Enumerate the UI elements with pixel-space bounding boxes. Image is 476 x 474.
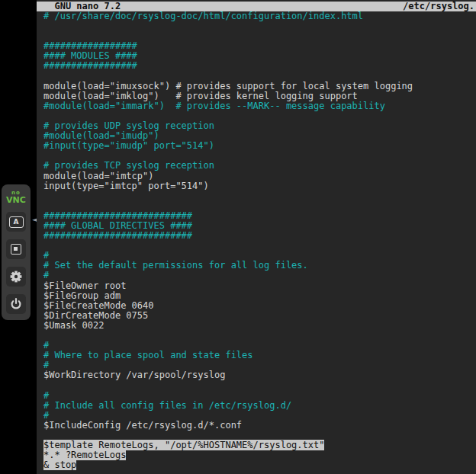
editor-line: & stop: [43, 460, 476, 470]
editor-line: # Include all config files in /etc/rsysl…: [43, 401, 476, 411]
power-button[interactable]: [6, 294, 26, 314]
editor-line: [43, 191, 476, 201]
editor-line: $IncludeConfig /etc/rsyslog.d/*.conf: [43, 421, 476, 431]
novnc-logo-bottom: VNC: [6, 196, 26, 204]
editor-line: input(type="imtcp" port="514"): [43, 181, 476, 191]
editor-line: [43, 331, 476, 341]
fullscreen-button[interactable]: [6, 239, 26, 259]
editor-line: [43, 380, 476, 390]
editor-line: # /usr/share/doc/rsyslog-doc/html/config…: [43, 11, 476, 21]
editor-line: # Set the default permissions for all lo…: [43, 261, 476, 271]
editor-line: *.* ?RemoteLogs: [43, 450, 476, 460]
editor-line: #################: [43, 61, 476, 71]
editor-line: $DirCreateMode 0755: [43, 311, 476, 321]
editor-line: [43, 241, 476, 251]
terminal-window[interactable]: GNU nano 7.2 /etc/rsyslog. # /usr/share/…: [37, 0, 476, 474]
editor-line: ###########################: [43, 231, 476, 241]
editor-line: # Where to place spool and state files: [43, 351, 476, 360]
keyboard-button[interactable]: A: [6, 212, 26, 232]
vnc-control-bar: no VNC ◄ A: [2, 184, 31, 320]
editor-line: $WorkDirectory /var/spool/rsyslog: [43, 370, 476, 380]
gear-icon: [10, 271, 22, 283]
keyboard-icon: A: [9, 216, 24, 228]
nano-file-path: /etc/rsyslog.: [403, 2, 474, 11]
editor-line: #module(load="immark") # provides --MARK…: [43, 101, 476, 111]
editor-body[interactable]: # /usr/share/doc/rsyslog-doc/html/config…: [37, 11, 476, 470]
novnc-logo: no VNC: [6, 191, 26, 204]
editor-line: #input(type="imudp" port="514"): [43, 141, 476, 151]
editor-line: $Umask 0022: [43, 321, 476, 331]
power-icon: [10, 298, 22, 310]
editor-line: [43, 21, 476, 31]
settings-button[interactable]: [6, 267, 26, 287]
fullscreen-icon: [11, 244, 21, 255]
